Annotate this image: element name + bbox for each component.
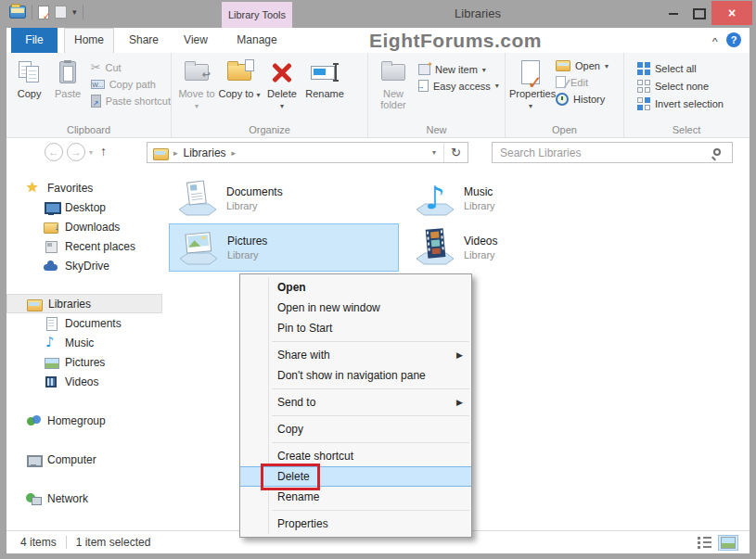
new-folder-button[interactable]: New folder	[372, 56, 415, 122]
tab-share[interactable]: Share	[121, 28, 167, 53]
select-none-button[interactable]: Select none	[637, 80, 724, 93]
tab-view[interactable]: View	[173, 28, 219, 53]
tab-manage[interactable]: Manage	[222, 28, 292, 53]
copy-button[interactable]: Copy	[10, 56, 48, 122]
navigation-pane: Favorites Desktop Downloads Recent place…	[6, 167, 162, 530]
properties-icon[interactable]	[38, 6, 49, 19]
history-button[interactable]: History	[556, 93, 609, 106]
sidebar-item-downloads[interactable]: Downloads	[6, 217, 162, 236]
divider	[83, 5, 83, 19]
breadcrumb[interactable]: ▸ Libraries ▸ ▾ ↻	[147, 142, 468, 163]
sidebar-item-documents[interactable]: Documents	[6, 313, 162, 333]
copy-to-button[interactable]: Copy to ▾	[218, 56, 261, 122]
edit-button[interactable]: Edit	[556, 76, 609, 88]
new-folder-icon[interactable]	[55, 6, 67, 19]
cut-button[interactable]: ✂ Cut	[91, 60, 171, 74]
new-item-button[interactable]: New item▾	[418, 64, 499, 75]
paste-shortcut-button[interactable]: Paste shortcut	[91, 95, 171, 108]
refresh-icon[interactable]: ↻	[444, 146, 468, 159]
properties-button[interactable]: Properties▾	[509, 56, 552, 122]
library-item-music[interactable]: ♪ Music Library	[406, 174, 636, 222]
new-item-icon	[418, 64, 430, 75]
menu-item-open[interactable]: Open	[240, 277, 471, 298]
watermark: EightForums.com	[369, 30, 542, 52]
menu-separator	[272, 415, 469, 416]
address-bar: ← → ▾ ↑ ▸ Libraries ▸ ▾ ↻	[6, 138, 750, 167]
copy-path-icon: W...	[91, 80, 105, 89]
list-view-icon[interactable]	[698, 537, 712, 549]
rename-button[interactable]: Rename	[303, 56, 346, 122]
minimize-ribbon-icon[interactable]: ^	[712, 36, 718, 45]
search-box	[492, 142, 733, 163]
menu-item-properties[interactable]: Properties	[240, 514, 471, 534]
move-to-button[interactable]: ↩ Move to ▾	[175, 56, 218, 122]
search-icon[interactable]	[713, 148, 721, 156]
help-icon[interactable]: ?	[726, 32, 741, 47]
library-item-videos[interactable]: Videos Library	[406, 223, 636, 272]
menu-item-delete[interactable]: Delete	[240, 466, 471, 487]
group-label-new: New	[368, 124, 505, 135]
maximize-button[interactable]	[687, 4, 711, 22]
open-button[interactable]: Open▾	[556, 60, 609, 71]
sidebar-item-network[interactable]: Network	[6, 489, 162, 508]
sidebar-item-desktop[interactable]: Desktop	[6, 197, 162, 217]
easy-access-icon	[418, 80, 429, 92]
ribbon-group-new: New folder New item▾ Easy access▾ New	[368, 53, 506, 137]
edit-icon	[556, 76, 566, 88]
library-item-documents[interactable]: Documents Library	[169, 174, 399, 222]
sidebar-item-pictures[interactable]: Pictures	[6, 352, 162, 372]
delete-button[interactable]: Delete▾	[261, 56, 303, 122]
search-input[interactable]	[493, 143, 732, 162]
select-all-button[interactable]: Select all	[637, 62, 724, 75]
sidebar-item-recent-places[interactable]: Recent places	[6, 236, 162, 256]
breadcrumb-item-libraries[interactable]: Libraries	[184, 146, 226, 159]
explorer-icon[interactable]	[9, 6, 26, 19]
red-annotation-box	[261, 464, 320, 490]
invert-selection-button[interactable]: Invert selection	[637, 97, 724, 110]
tab-home[interactable]: Home	[64, 28, 114, 53]
sidebar-item-videos[interactable]: Videos	[6, 372, 162, 391]
menu-item-share-with[interactable]: Share with ▶	[240, 345, 471, 365]
select-none-icon	[637, 80, 650, 93]
homegroup-icon	[26, 413, 41, 428]
menu-item-dont-show-in-navigation-pane[interactable]: Don't show in navigation pane	[240, 365, 471, 386]
breadcrumb-arrow-icon[interactable]: ▸	[232, 148, 237, 158]
group-label-open: Open	[506, 124, 623, 135]
recent-locations-dropdown-icon[interactable]: ▾	[89, 148, 93, 157]
easy-access-button[interactable]: Easy access▾	[418, 80, 499, 92]
sidebar-item-computer[interactable]: Computer	[6, 450, 162, 469]
menu-item-copy[interactable]: Copy	[240, 419, 471, 439]
customize-dropdown-icon[interactable]: ▾	[72, 7, 77, 17]
music-library-icon: ♪	[406, 177, 464, 220]
sidebar-item-favorites[interactable]: Favorites	[6, 178, 162, 197]
up-icon[interactable]: ↑	[100, 144, 107, 159]
sidebar-item-music[interactable]: Music	[6, 333, 162, 352]
forward-icon[interactable]: →	[67, 143, 85, 161]
back-icon[interactable]: ←	[45, 143, 63, 161]
cloud-icon	[44, 259, 58, 273]
sidebar-item-libraries[interactable]: Libraries	[6, 294, 162, 313]
download-folder-icon	[44, 220, 58, 235]
minimize-button[interactable]	[661, 4, 686, 22]
item-count: 4 items	[6, 536, 57, 549]
library-item-pictures[interactable]: Pictures Library	[169, 223, 399, 272]
ribbon-group-organize: ↩ Move to ▾ Copy to ▾ Delete▾ Rename Org…	[172, 53, 368, 137]
menu-item-send-to[interactable]: Send to ▶	[240, 392, 471, 413]
menu-item-open-in-new-window[interactable]: Open in new window	[240, 298, 471, 318]
sidebar-item-skydrive[interactable]: SkyDrive	[6, 256, 162, 275]
address-dropdown-icon[interactable]: ▾	[425, 148, 443, 157]
menu-item-pin-to-start[interactable]: Pin to Start	[240, 318, 471, 338]
copy-path-button[interactable]: W... Copy path	[91, 79, 171, 90]
sidebar-item-homegroup[interactable]: Homegroup	[6, 411, 162, 430]
close-button[interactable]: ×	[711, 1, 752, 25]
recent-places-icon	[44, 239, 58, 254]
group-label-select: Select	[624, 124, 749, 135]
rename-icon	[311, 63, 339, 82]
paste-button[interactable]: Paste	[48, 56, 86, 122]
tab-file[interactable]: File	[11, 28, 58, 53]
videos-library-icon	[406, 226, 464, 269]
divider	[32, 5, 32, 19]
divider	[66, 536, 67, 549]
thumbnail-view-icon[interactable]	[718, 535, 738, 551]
breadcrumb-arrow-icon[interactable]: ▸	[173, 148, 178, 158]
